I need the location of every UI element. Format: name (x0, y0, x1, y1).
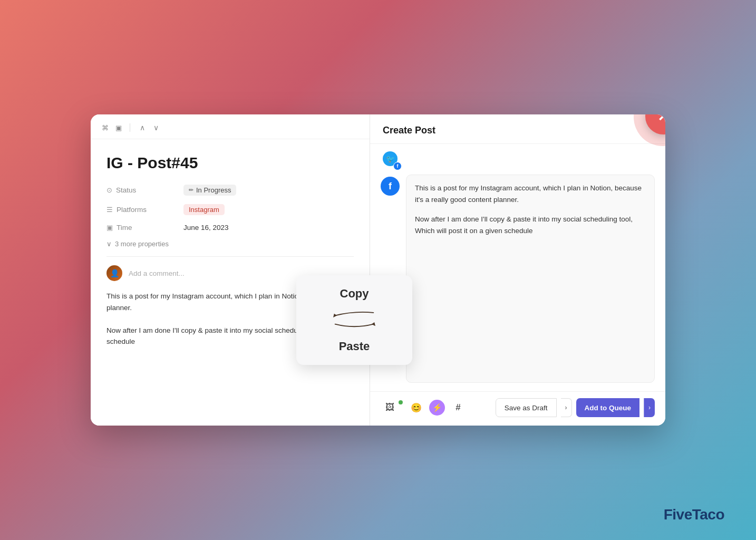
pencil-icon: ✏ (189, 187, 193, 194)
twitter-platform-icon[interactable]: 🐦 f (383, 151, 401, 169)
post-title: IG - Post#45 (106, 154, 354, 172)
clock-icon: ▣ (106, 224, 113, 232)
status-label: ⊙ Status (106, 186, 175, 194)
svg-marker-0 (333, 314, 337, 317)
left-panel: ⌘ ▣ ∧ ∨ IG - Post#45 ⊙ Status ✏ In Progr… (91, 114, 370, 426)
emoji-icon[interactable]: 😊 (407, 399, 425, 417)
time-value: June 16, 2023 (183, 224, 229, 232)
copy-label: Copy (340, 287, 369, 301)
arrows-container (325, 307, 383, 333)
toolbar: ⌘ ▣ ∧ ∨ (91, 114, 370, 139)
facebook-icon-large: f (381, 177, 400, 196)
more-properties-toggle[interactable]: ∨ 3 more properties (106, 240, 354, 248)
platforms-row: ☰ Platforms Instagram (106, 204, 354, 215)
toolbar-divider (130, 123, 130, 132)
post-content-area: f This is a post for my Instagram accoun… (370, 175, 665, 391)
save-draft-button[interactable]: Save as Draft (496, 398, 557, 417)
right-panel: Create Post 🐦 f f This is a post for my … (370, 114, 665, 426)
chevron-down-icon: ∨ (106, 240, 112, 248)
svg-marker-1 (372, 322, 375, 326)
copy-paste-arrows (325, 307, 383, 333)
save-draft-dropdown[interactable]: › (561, 398, 572, 417)
list-icon: ☰ (106, 206, 113, 214)
image-icon[interactable]: 🖼 (381, 399, 399, 417)
create-post-header: Create Post (370, 114, 665, 144)
nav-back-button[interactable]: ∧ (137, 122, 148, 133)
post-text-p1: This is a post for my Instagram account,… (415, 182, 646, 206)
green-dot-indicator (399, 400, 403, 404)
hashtag-icon[interactable]: # (449, 399, 467, 417)
nav-forward-button[interactable]: ∨ (150, 122, 162, 133)
comment-placeholder[interactable]: Add a comment... (129, 269, 185, 277)
toolbar-icon-2: ▣ (114, 123, 123, 132)
toolbar-nav: ∧ ∨ (137, 122, 162, 133)
avatar: 👤 (106, 265, 122, 281)
lightning-icon[interactable]: ⚡ (429, 400, 445, 416)
brand-logo: FiveTaco (664, 506, 724, 523)
add-to-queue-button[interactable]: Add to Queue (576, 398, 640, 417)
paste-label: Paste (339, 340, 370, 353)
status-row: ⊙ Status ✏ In Progress (106, 185, 354, 196)
platforms-badge[interactable]: Instagram (183, 204, 225, 215)
platforms-label: ☰ Platforms (106, 206, 175, 214)
action-bar: 🖼 😊 ⚡ # Save as Draft › Add to Queue › (370, 391, 665, 426)
time-label: ▣ Time (106, 224, 175, 232)
time-row: ▣ Time June 16, 2023 (106, 224, 354, 232)
copy-paste-tooltip: Copy Paste (296, 275, 412, 365)
toolbar-icon-1: ⌘ (100, 123, 110, 132)
divider (106, 256, 354, 257)
post-text-p2: Now after I am done I'll copy & paste it… (415, 214, 646, 237)
status-icon: ⊙ (106, 186, 112, 194)
facebook-badge-small: f (393, 162, 402, 170)
add-queue-dropdown[interactable]: › (644, 398, 655, 417)
status-badge[interactable]: ✏ In Progress (183, 185, 236, 196)
main-window: ⌘ ▣ ∧ ∨ IG - Post#45 ⊙ Status ✏ In Progr… (91, 114, 665, 426)
post-text-box[interactable]: This is a post for my Instagram account,… (406, 175, 655, 383)
platform-icons-row: 🐦 f (370, 144, 665, 175)
